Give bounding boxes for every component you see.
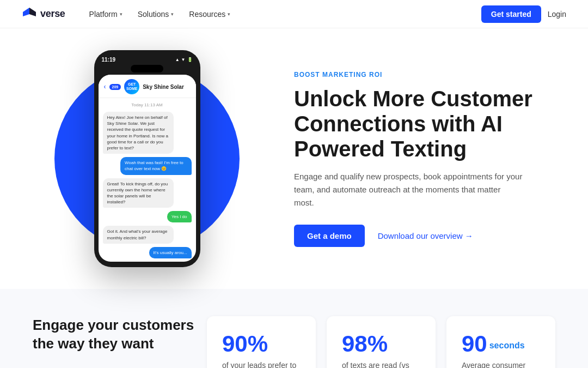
hero-description: Engage and qualify new prospects, book a… [294,170,523,209]
stat-desc-1: of your leads prefer to text [222,360,301,368]
chat-header: ‹ 209 GETSOME Sky Shine Solar [99,75,196,98]
phone-time: 11:19 [102,57,116,63]
phone-status-bar: 11:19 ▲ ▼ 🔋 [99,56,196,65]
logo-text: verse [40,8,65,20]
get-demo-button[interactable]: Get a demo [294,225,365,247]
stat-number-1: 90% [222,333,301,355]
svg-marker-1 [23,8,29,16]
nav-solutions[interactable]: Solutions ▾ [131,7,181,22]
chat-back-icon: ‹ [104,83,106,91]
chat-date: Today 11:13 AM [103,102,192,107]
chevron-down-icon: ▾ [228,11,230,17]
chat-bubble-5: Got it. And what's your average monthly … [103,226,174,243]
chevron-down-icon: ▾ [171,11,174,17]
stat-desc-2: of texts are read (vs 20% for email) [342,360,420,368]
stat-card-2: 98% of texts are read (vs 20% for email) [327,316,436,368]
chat-bubble-6: It's usually arou... [149,247,192,258]
hero-actions: Get a demo Download our overview → [294,225,544,247]
chat-bubble-3: Great! To kick things off, do you curren… [103,178,174,208]
logo[interactable]: verse [22,7,65,22]
stat-number-suffix: seconds [489,341,525,350]
stats-section: Engage your customers the way they want … [0,289,588,368]
nav-resources[interactable]: Resources ▾ [182,7,237,22]
phone-screen: ‹ 209 GETSOME Sky Shine Solar Today 11:1… [99,75,196,262]
download-overview-label: Download our overview → [378,231,473,240]
chat-bubble-2: Woah that was fast! I'm free to chat ove… [120,157,191,174]
stat-desc-3: Average consumer response time [462,360,540,368]
hero-text: BOOST MARKETING ROI Unlock More Customer… [261,71,544,247]
get-started-button[interactable]: Get started [481,5,541,23]
hero-title: Unlock More Customer Connections with AI… [294,86,544,161]
navbar: verse Platform ▾ Solutions ▾ Resources ▾… [0,0,588,28]
chat-avatar: GETSOME [124,79,139,94]
nav-platform[interactable]: Platform ▾ [83,7,129,22]
nav-actions: Get started Login [481,5,566,23]
chat-bubble-1: Hey Alex! Joe here on behalf of Sky Shin… [103,112,174,154]
stat-number-2: 98% [342,333,420,355]
download-overview-button[interactable]: Download our overview → [378,231,473,240]
stat-card-1: 90% of your leads prefer to text [207,316,316,368]
hero-phone: 11:19 ▲ ▼ 🔋 ‹ 209 GETSOME Sky Shine Sola… [94,50,200,267]
chat-body: Today 11:13 AM Hey Alex! Joe here on beh… [99,98,196,262]
stat-number-3: 90seconds [462,333,540,355]
stats-cards: 90% of your leads prefer to text 98% of … [207,316,555,368]
chat-bubble-4: Yes I do [167,211,192,222]
chevron-down-icon: ▾ [120,11,122,17]
login-button[interactable]: Login [548,10,566,19]
phone-notch [131,65,163,73]
svg-marker-0 [29,8,36,16]
nav-links: Platform ▾ Solutions ▾ Resources ▾ [83,7,481,22]
stats-headline: Engage your customers the way they want [33,316,207,353]
stat-card-3: 90seconds Average consumer response time [446,316,555,368]
phone-status-icons: ▲ ▼ 🔋 [175,57,193,62]
chat-name: Sky Shine Solar [143,84,184,90]
hero-section: 11:19 ▲ ▼ 🔋 ‹ 209 GETSOME Sky Shine Sola… [0,28,588,289]
hero-label: BOOST MARKETING ROI [294,71,544,79]
stats-headline-text: Engage your customers the way they want [33,316,207,353]
hero-visual: 11:19 ▲ ▼ 🔋 ‹ 209 GETSOME Sky Shine Sola… [33,50,261,267]
chat-badge: 209 [109,84,121,90]
logo-icon [22,7,37,22]
